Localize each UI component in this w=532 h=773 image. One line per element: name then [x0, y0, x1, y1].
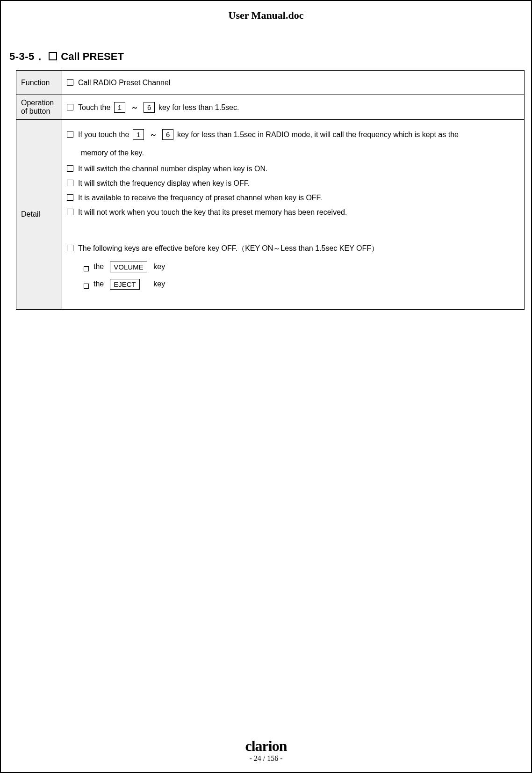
function-cell: Call RADIO Preset Channel	[62, 71, 525, 95]
operation-cell: Touch the 1 ～ 6 key for less than 1.5sec…	[62, 95, 525, 120]
operation-item: Touch the 1 ～ 6 key for less than 1.5sec…	[67, 101, 519, 114]
checkbox-icon	[67, 165, 73, 172]
detail-bullet: It is available to receive the frequency…	[67, 191, 519, 204]
detail-label: Detail	[16, 120, 62, 309]
sub-post: key	[153, 280, 165, 288]
checkbox-icon	[67, 131, 73, 138]
section-heading: 5-3-5． Call PRESET	[7, 50, 525, 64]
sub-post: key	[153, 263, 165, 271]
detail-row: Detail If you touch the 1 ～ 6 key for le…	[16, 120, 525, 309]
bullet-text: It will switch the frequency display whe…	[78, 177, 250, 190]
sub-pre: the	[93, 280, 104, 288]
bullet-text: It will switch the channel number displa…	[78, 162, 268, 175]
detail-item-1: If you touch the 1 ～ 6 key for less than…	[67, 128, 519, 141]
sub-bullet: the VOLUME key	[84, 262, 519, 272]
detail-bullet: It will not work when you touch the key …	[67, 206, 519, 219]
keycap-volume: VOLUME	[110, 262, 147, 272]
function-item: Call RADIO Preset Channel	[67, 76, 519, 89]
keycap-1: 1	[133, 129, 144, 140]
checkbox-icon	[84, 266, 89, 271]
function-label: Function	[16, 71, 62, 95]
sub-bullet: the EJECT key	[84, 279, 519, 290]
checkbox-icon	[67, 194, 73, 201]
checkbox-icon	[67, 180, 73, 186]
spacer	[67, 220, 519, 240]
checkbox-icon	[84, 284, 89, 289]
operation-label: Operation of button	[16, 95, 62, 120]
doc-title: User Manual.doc	[7, 9, 525, 22]
tilde-icon: ～	[131, 103, 138, 111]
effective-text: The following keys are effective before …	[78, 242, 379, 255]
operation-text: Touch the 1 ～ 6 key for less than 1.5sec…	[78, 101, 239, 114]
keycap-eject: EJECT	[110, 279, 140, 290]
bullet-text: It is available to receive the frequency…	[78, 191, 322, 204]
function-row: Function Call RADIO Preset Channel	[16, 71, 525, 95]
detail-cell: If you touch the 1 ～ 6 key for less than…	[62, 120, 525, 309]
page-number: - 24 / 156 -	[1, 754, 531, 763]
text-fragment: If you touch the	[78, 131, 129, 139]
sub-pre: the	[93, 263, 104, 271]
detail-text-1-cont: memory of the key.	[81, 146, 519, 159]
text-fragment: key for less than 1.5sec in RADIO mode, …	[177, 131, 459, 139]
checkbox-icon	[67, 104, 73, 110]
bullet-text: It will not work when you touch the key …	[78, 206, 347, 219]
tilde-icon: ～	[150, 131, 157, 139]
keycap-1: 1	[114, 102, 125, 113]
detail-bullet: It will switch the channel number displa…	[67, 162, 519, 175]
keycap-6: 6	[144, 102, 155, 113]
sub-bullets: the VOLUME key the EJECT key	[84, 262, 519, 290]
keycap-6: 6	[162, 129, 173, 140]
detail-text-1: If you touch the 1 ～ 6 key for less than…	[78, 128, 459, 141]
effective-keys-line: The following keys are effective before …	[67, 242, 519, 255]
operation-row: Operation of button Touch the 1 ～ 6 key …	[16, 95, 525, 120]
section-number: 5-3-5．	[9, 50, 45, 64]
checkbox-icon	[67, 245, 73, 251]
detail-bullet: It will switch the frequency display whe…	[67, 177, 519, 190]
function-text: Call RADIO Preset Channel	[78, 76, 170, 89]
checkbox-icon	[49, 52, 57, 60]
section-title: Call PRESET	[61, 51, 123, 63]
spec-table: Function Call RADIO Preset Channel Opera…	[16, 70, 525, 310]
page-container: User Manual.doc 5-3-5． Call PRESET Funct…	[0, 0, 532, 773]
footer: clarion - 24 / 156 -	[1, 738, 531, 763]
brand-logo: clarion	[1, 738, 531, 753]
checkbox-icon	[67, 209, 73, 215]
checkbox-icon	[67, 79, 73, 86]
text-fragment: Touch the	[78, 103, 110, 111]
text-fragment: key for less than 1.5sec.	[158, 103, 239, 111]
